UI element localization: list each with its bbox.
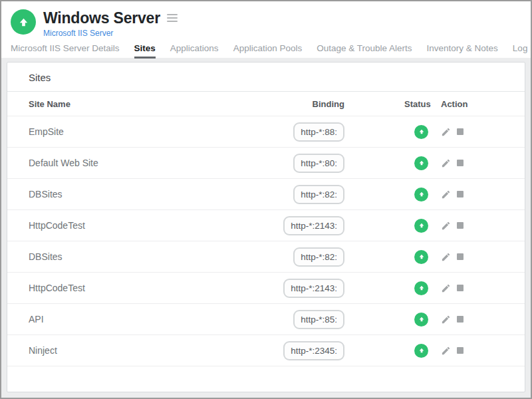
tab-sites[interactable]: Sites: [134, 43, 156, 59]
site-name-cell: Default Web Site: [29, 158, 238, 168]
tab-log-report[interactable]: Log Report: [513, 43, 532, 59]
binding-chip: http-*:85:: [293, 310, 344, 329]
site-name-cell: HttpCodeTest: [29, 283, 238, 293]
hamburger-menu-icon[interactable]: [167, 13, 178, 23]
tab-applications[interactable]: Applications: [170, 43, 219, 59]
table-row: Default Web Site http-*:80:: [7, 148, 525, 179]
site-name-cell: API: [29, 314, 238, 325]
table-row: API http-*:85:: [7, 304, 525, 335]
edit-pencil-icon[interactable]: [441, 158, 451, 168]
column-header-site-name: Site Name: [29, 99, 238, 109]
tab-bar: Microsoft IIS Server DetailsSitesApplica…: [11, 43, 521, 59]
tab-outage-trouble-alerts[interactable]: Outage & Trouble Alerts: [317, 43, 412, 59]
site-name-cell: HttpCodeTest: [29, 220, 238, 231]
status-up-icon: [414, 156, 428, 170]
edit-pencil-icon[interactable]: [441, 283, 451, 293]
table-row: HttpCodeTest http-*:2143:: [7, 210, 525, 241]
table-row: Ninject http-*:2345:: [7, 335, 525, 366]
stop-square-icon[interactable]: [457, 253, 464, 260]
table-row: DBSites http-*:82:: [7, 241, 525, 273]
site-name-cell: Ninject: [29, 345, 238, 356]
binding-chip: http-*:82:: [293, 247, 344, 267]
stop-square-icon[interactable]: [457, 347, 464, 354]
edit-pencil-icon[interactable]: [441, 252, 451, 262]
tab-application-pools[interactable]: Application Pools: [233, 43, 303, 59]
table-body: EmpSite http-*:88: Default Web Site http…: [7, 116, 525, 366]
edit-pencil-icon[interactable]: [441, 221, 451, 231]
table-row: DBSites http-*:82:: [7, 179, 525, 210]
edit-pencil-icon[interactable]: [441, 190, 451, 200]
status-up-icon: [414, 344, 428, 358]
status-up-icon: [414, 250, 428, 264]
monitor-status-avatar: [11, 9, 36, 35]
page-body: Sites Site Name Binding Status Action Em…: [1, 58, 531, 398]
column-header-binding: Binding: [313, 99, 344, 109]
stop-square-icon[interactable]: [457, 160, 464, 166]
binding-chip: http-*:2345:: [283, 341, 344, 360]
table-row: HttpCodeTest http-*:2143:: [7, 273, 525, 304]
edit-pencil-icon[interactable]: [441, 315, 451, 325]
status-up-icon: [414, 219, 428, 233]
site-name-cell: DBSites: [29, 189, 238, 200]
binding-chip: http-*:2143:: [283, 279, 344, 298]
up-arrow-icon: [18, 17, 29, 28]
site-name-cell: DBSites: [29, 251, 238, 262]
stop-square-icon[interactable]: [457, 191, 464, 198]
stop-square-icon[interactable]: [457, 285, 464, 291]
binding-chip: http-*:80:: [293, 154, 344, 173]
app-window: Windows Server Microsoft IIS Server Micr…: [0, 0, 532, 399]
stop-square-icon[interactable]: [457, 316, 464, 323]
status-up-icon: [414, 188, 428, 201]
edit-pencil-icon[interactable]: [441, 346, 451, 356]
status-up-icon: [414, 125, 428, 139]
tab-inventory-notes[interactable]: Inventory & Notes: [427, 43, 498, 59]
panel-bottom-spacer: [7, 366, 525, 392]
tab-microsoft-iis-server-details[interactable]: Microsoft IIS Server Details: [11, 43, 120, 59]
site-name-cell: EmpSite: [29, 126, 238, 137]
table-header: Site Name Binding Status Action: [7, 92, 525, 116]
status-up-icon: [414, 313, 428, 327]
stop-square-icon[interactable]: [457, 128, 464, 135]
sites-panel: Sites Site Name Binding Status Action Em…: [7, 62, 525, 392]
stop-square-icon[interactable]: [457, 222, 464, 229]
table-row: EmpSite http-*:88:: [7, 116, 525, 148]
panel-title: Sites: [7, 63, 525, 92]
monitor-type-link[interactable]: Microsoft IIS Server: [43, 29, 113, 38]
binding-chip: http-*:82:: [293, 185, 344, 204]
binding-chip: http-*:88:: [293, 122, 344, 142]
monitor-header: Windows Server Microsoft IIS Server Micr…: [1, 1, 531, 58]
status-up-icon: [414, 281, 428, 295]
column-header-action: Action: [441, 99, 505, 109]
column-header-status: Status: [344, 99, 441, 109]
edit-pencil-icon[interactable]: [441, 127, 451, 137]
page-title: Windows Server: [43, 9, 160, 27]
binding-chip: http-*:2143:: [283, 216, 344, 235]
